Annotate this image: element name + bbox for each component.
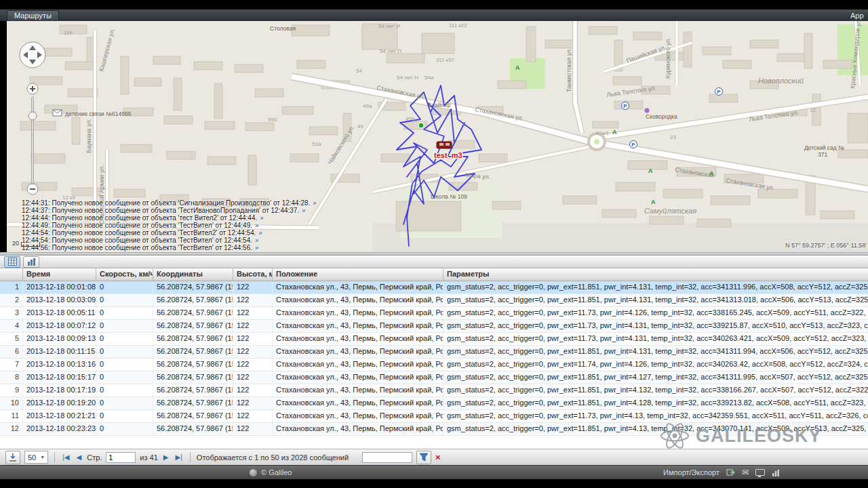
table-cell: 0 <box>96 320 153 332</box>
table-cell: 9 <box>0 384 23 396</box>
column-header[interactable]: Высота, м <box>233 268 273 281</box>
track-start-marker <box>418 123 424 128</box>
table-cell: 0 <box>96 371 153 384</box>
column-header[interactable]: Время <box>23 268 96 281</box>
import-export-icon[interactable] <box>726 468 735 476</box>
table-cell: 2013-12-18 00:21:21 <box>23 410 96 422</box>
table-cell: 122 <box>233 410 273 422</box>
last-page-button[interactable]: ▶| <box>174 453 184 461</box>
table-cell: Стахановская ул., 43, Пермь, Пермский кр… <box>273 294 443 306</box>
chevron-down-icon: ▼ <box>40 455 45 460</box>
table-cell: gsm_status=2, acc_trigger=0, pwr_ext=11.… <box>443 423 868 435</box>
map-label: 119 <box>64 30 73 36</box>
table-view-button[interactable] <box>4 256 20 268</box>
import-export-button[interactable]: Импорт/Экспорт <box>663 468 719 476</box>
map-pan-control[interactable] <box>20 42 45 68</box>
map-label: Новоплоский <box>758 77 804 85</box>
page-size-select[interactable]: 50 ▼ <box>24 451 48 464</box>
column-header[interactable]: Скорость, км/ч <box>96 268 153 281</box>
table-row[interactable]: 102013-12-18 00:19:20056.208724, 57.9867… <box>0 397 868 410</box>
page-input[interactable] <box>106 452 136 463</box>
table-cell: 0 <box>96 384 153 396</box>
zoom-slider[interactable] <box>32 97 34 184</box>
message-icon: » <box>255 222 259 229</box>
column-header[interactable]: Параметры <box>443 268 868 281</box>
parking-icon: P <box>715 88 723 96</box>
table-cell: 122 <box>233 307 273 319</box>
map-label: Школа № 109 <box>431 193 467 200</box>
table-cell: 2013-12-18 00:11:15 <box>23 346 96 358</box>
left-border <box>0 21 7 252</box>
table-cell: 122 <box>233 397 273 409</box>
bus-stop-marker: A <box>612 129 617 136</box>
filter-input[interactable] <box>362 452 412 463</box>
svg-text:P: P <box>631 142 635 148</box>
table-cell: 0 <box>96 423 153 435</box>
table-cell: Стахановская ул., 43, Пермь, Пермский кр… <box>273 423 443 435</box>
table-row[interactable]: 22013-12-18 00:03:09056.208724, 57.9867 … <box>0 294 868 307</box>
table-row[interactable]: 52013-12-18 00:09:13056.208724, 57.9867 … <box>0 333 868 346</box>
message-icon: » <box>313 199 317 207</box>
parking-icon: P <box>622 102 629 110</box>
mail-icon[interactable]: ✉ <box>742 468 749 477</box>
table-cell: 122 <box>233 333 273 345</box>
table-row[interactable]: 12013-12-18 00:01:08056.208724, 57.9867 … <box>0 281 868 294</box>
stats-icon[interactable] <box>772 469 780 476</box>
log-line: 12:44:44: Получено новое сообщение от об… <box>22 214 317 222</box>
table-row[interactable]: 62013-12-18 00:11:15056.208724, 57.9867 … <box>0 346 868 359</box>
column-header[interactable] <box>0 268 23 281</box>
clear-filter-button[interactable]: × <box>435 452 446 462</box>
table-cell: 0 <box>96 294 153 306</box>
log-line: 12:44:54: Получено новое сообщение от об… <box>22 229 317 237</box>
table-cell: 5 <box>0 333 23 345</box>
table-row[interactable]: 82013-12-18 00:15:17056.208724, 57.9867 … <box>0 371 868 384</box>
zoom-in-button[interactable] <box>27 83 38 94</box>
map-label: 111 к22 <box>449 22 467 28</box>
page-size-value: 50 <box>28 453 36 462</box>
table-cell: Стахановская ул., 43, Пермь, Пермский кр… <box>273 359 443 371</box>
table-cell: Стахановская ул., 43, Пермь, Пермский кр… <box>273 371 443 384</box>
separator <box>54 452 55 463</box>
table-cell: Стахановская ул., 43, Пермь, Пермский кр… <box>273 384 443 396</box>
table-row[interactable]: 32013-12-18 00:05:11056.208724, 57.9867 … <box>0 307 868 320</box>
table-cell: gsm_status=2, acc_trigger=0, pwr_ext=11.… <box>443 307 868 319</box>
message-log: 12:44:31: Получено новое сообщение от об… <box>22 199 317 251</box>
table-cell: gsm_status=2, acc_trigger=0, pwr_ext=11.… <box>443 320 868 332</box>
table-cell: 56.208724, 57.9867 (15) <box>153 320 233 332</box>
table-row[interactable]: 72013-12-18 00:13:16056.208724, 57.9867 … <box>0 359 868 371</box>
export-button[interactable] <box>5 451 20 464</box>
map[interactable]: test_m3 Стахановская ул.Стахановская ул.… <box>7 21 868 252</box>
page-label: Стр. <box>87 453 102 462</box>
map-label: 49а <box>363 103 372 109</box>
zoom-slider-handle[interactable] <box>28 112 37 120</box>
galileo-icon <box>250 469 257 476</box>
view-toolbar <box>0 256 868 268</box>
table-cell: 56.208724, 57.9867 (15) <box>153 346 233 358</box>
table-row[interactable]: 92013-12-18 00:17:19056.208724, 57.9867 … <box>0 384 868 397</box>
table-row[interactable]: 122013-12-18 00:23:23056.208724, 57.9867… <box>0 423 868 436</box>
chart-view-button[interactable] <box>23 256 39 268</box>
table-row[interactable]: 112013-12-18 00:21:21056.208724, 57.9867… <box>0 410 868 423</box>
post-office-icon <box>53 110 62 116</box>
map-label: 456 <box>406 116 415 122</box>
table-row[interactable]: 42013-12-18 00:07:12056.208724, 57.9867 … <box>0 320 868 333</box>
table-cell: 122 <box>233 359 273 371</box>
column-header[interactable]: Положение <box>273 268 443 281</box>
zoom-out-button[interactable] <box>27 184 38 195</box>
map-label: 54 <box>356 68 362 74</box>
table-cell: 6 <box>0 346 23 358</box>
pagination-status: Отображается с 1 по 50 из 2028 сообщений <box>197 453 349 462</box>
table-cell: 122 <box>233 281 273 293</box>
column-header[interactable]: Координаты <box>153 268 233 281</box>
filter-button[interactable] <box>416 451 431 464</box>
separator <box>190 452 191 463</box>
table-cell: 2013-12-18 00:03:09 <box>23 294 96 306</box>
next-page-button[interactable]: ▶ <box>162 453 170 461</box>
tab-routes[interactable]: Маршруты <box>7 10 59 20</box>
map-label: 54 лит Н <box>397 75 418 81</box>
prev-page-button[interactable]: ◀ <box>75 453 83 461</box>
first-page-button[interactable]: |◀ <box>61 453 71 461</box>
table-cell: 56.208724, 57.9867 (15) <box>153 423 233 435</box>
log-line: 12:44:31: Получено новое сообщение от об… <box>22 199 317 207</box>
monitor-icon[interactable] <box>755 469 765 476</box>
